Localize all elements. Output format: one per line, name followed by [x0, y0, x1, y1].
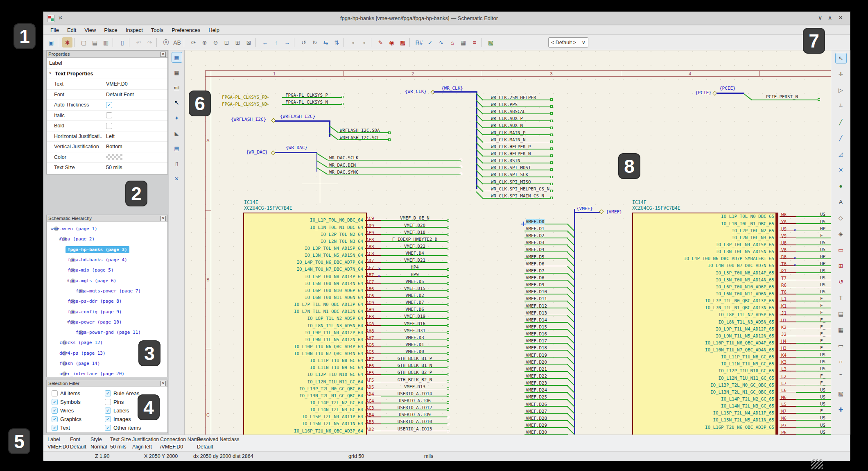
right-toolbar-icon[interactable]: ▷ — [835, 85, 847, 95]
net-label[interactable]: WR_CLK.25M_HELPER — [491, 95, 536, 100]
net-label[interactable]: VMEF.D8 — [526, 275, 545, 281]
net-wire[interactable] — [796, 378, 831, 379]
net-wire[interactable] — [796, 294, 831, 294]
filter-checkbox[interactable] — [52, 408, 58, 414]
toolbar-icon[interactable] — [58, 38, 61, 47]
net-label[interactable]: VMEF.D29 — [526, 423, 547, 428]
pin-number[interactable]: AC6 — [366, 293, 374, 299]
net-label[interactable]: F_ — [820, 310, 825, 315]
pin-name[interactable]: IO_L1N_T0L_N1_DBC_65 — [632, 220, 774, 227]
property-row[interactable]: Vertical Justification Bottom — [47, 141, 167, 152]
net-label[interactable]: WR_CLK.RSTN — [491, 158, 520, 163]
property-value[interactable]: VMEF.D0 — [106, 81, 128, 87]
right-toolbar-icon[interactable]: ▭ — [835, 340, 847, 351]
net-label[interactable]: USERIO_A.IO12 — [383, 405, 447, 410]
toolbar-icon[interactable]: ∿ — [436, 37, 446, 48]
pin-name[interactable]: IO_L7N_T1L_N1_QBC_AD13N_64 — [242, 308, 363, 315]
pin-name[interactable]: IO_L10N_T1U_N7_QBC_AD4N_65 — [632, 346, 774, 353]
net-label[interactable]: F_ — [820, 374, 825, 379]
toolbar-icon[interactable]: ◉ — [387, 37, 397, 48]
net-label[interactable]: VMEF.D1 — [383, 342, 447, 347]
property-value[interactable]: 50 mils — [106, 165, 122, 170]
schematic-canvas[interactable]: 1 2 3 4 A B C FPGA-PL_CLKSYS_PD > FPGA-P… — [185, 50, 831, 435]
menu-item[interactable]: File — [47, 26, 63, 34]
pin-number[interactable]: M6 — [781, 395, 787, 400]
hierarchy-item[interactable]: ∨ fpga (page 2) — [47, 234, 167, 244]
pin-name[interactable]: IO_L15N_T2L_N5_AD11N_65 — [632, 417, 774, 423]
pin-name[interactable]: IO_L13P_T2L_N0_GC_QBC_64 — [242, 385, 363, 392]
toolbar-icon[interactable]: ↶ — [133, 37, 144, 48]
toolbar-icon[interactable] — [344, 38, 346, 47]
pin-name[interactable]: IO_L4N_T0U_N7_DBC_AD7N_64 — [242, 266, 363, 273]
bus-wire[interactable] — [275, 120, 330, 122]
net-wire[interactable] — [796, 322, 831, 322]
net-label[interactable]: VMEF.D15 — [383, 286, 447, 291]
left-toolbar-icon[interactable]: ▦ — [172, 52, 182, 63]
net-label[interactable]: HP — [820, 261, 825, 266]
pin-number[interactable]: U9 — [781, 226, 787, 232]
pin-name[interactable]: IO_L14N_T2L_N3_GC_64 — [242, 406, 363, 413]
pin-name[interactable]: IO_L4P_T0U_N6_DBC_AD7P_64 — [242, 259, 363, 266]
pin-number[interactable]: L2 — [781, 374, 787, 379]
pin-name[interactable]: IO_L11N_T1U_N9_GC_65 — [632, 360, 774, 367]
color-swatch[interactable] — [106, 154, 122, 160]
pin-number[interactable]: T6 — [781, 290, 787, 295]
pin-name[interactable]: IO_L13N_T2L_N1_GC_QBC_64 — [242, 392, 363, 399]
hierarchy-item[interactable]: fpga-power-gnd (page 11) — [47, 327, 167, 337]
net-label[interactable]: VMEF.D21 — [383, 258, 447, 263]
net-wire[interactable] — [796, 238, 831, 238]
right-toolbar-icon[interactable]: ╱ — [835, 133, 847, 143]
pin-name[interactable]: IO_L6P_T0U_N10_AD6P_64 — [242, 287, 363, 294]
pin-name[interactable]: IO_L10N_T1U_N7_QBC_AD4N_64 — [242, 350, 363, 357]
symbol-value[interactable]: XCZU4CG-1SFVC7B4E — [632, 205, 680, 211]
net-wire[interactable] — [796, 216, 831, 217]
net-label[interactable]: HP4 — [383, 265, 447, 270]
pin-name[interactable]: IO_L14N_T2L_N3_GC_65 — [632, 403, 774, 410]
pin-name[interactable]: IO_L4P_T0U_N6_DBC_AD7P_SMBALERT_65 — [632, 255, 774, 262]
symbol-reference[interactable]: IC14F — [632, 199, 646, 205]
net-label[interactable]: VMEF.D22 — [526, 374, 547, 379]
net-wire[interactable] — [796, 265, 831, 266]
bus-wire[interactable] — [329, 120, 330, 137]
net-label[interactable]: VMEF.D3 — [526, 240, 545, 245]
pin-number[interactable]: V9 — [781, 233, 787, 239]
right-toolbar-icon[interactable]: ⌒ — [835, 372, 847, 383]
left-toolbar-icon[interactable]: ▦ — [172, 67, 182, 78]
toolbar-icon[interactable]: ↻ — [310, 37, 320, 48]
net-label[interactable]: VMEF.D0 — [526, 219, 545, 224]
net-wire[interactable] — [796, 301, 831, 301]
pin-name[interactable]: IO_L6P_T0U_N10_AD6P_65 — [632, 283, 774, 290]
net-label[interactable]: US — [820, 219, 825, 224]
toolbar-icon[interactable]: ▫ — [359, 37, 369, 48]
pin-name[interactable]: IO_L9N_T1L_N5_AD12N_64 — [242, 336, 363, 343]
net-label[interactable]: F_ — [820, 296, 825, 301]
right-toolbar-icon[interactable]: ✕ — [835, 165, 847, 175]
pin-name[interactable]: IO_L15N_T2L_N5_AD11N_64 — [242, 420, 363, 427]
net-label[interactable]: VMEF.D19 — [383, 314, 447, 319]
property-row[interactable]: Text VMEF.D0 — [47, 79, 167, 89]
toolbar-icon[interactable] — [294, 38, 297, 47]
net-wire[interactable] — [796, 420, 831, 421]
resize-grip[interactable] — [811, 459, 823, 469]
right-toolbar-icon[interactable]: ↺ — [835, 276, 847, 287]
net-label[interactable]: VMEF.D20 — [526, 360, 547, 365]
net-label[interactable]: F_ — [820, 408, 825, 414]
net-label[interactable]: WR_CLK.MAIN_P — [491, 130, 526, 136]
pin-name[interactable]: IO_L2P_T0L_N2_64 — [242, 231, 363, 238]
net-label[interactable]: VMEF.D15 — [526, 324, 547, 330]
net-label[interactable]: VMEF.D22 — [383, 244, 447, 249]
pin-number[interactable]: AB6 — [366, 286, 374, 292]
net-label[interactable]: VMEF.D24 — [526, 387, 547, 393]
net-label[interactable]: HP — [820, 226, 825, 231]
pin-number[interactable]: AE9 — [366, 230, 374, 236]
net-label[interactable]: VMEF.D28 — [526, 416, 547, 421]
net-label[interactable]: VMEF.D13 — [526, 310, 547, 316]
filter-checkbox[interactable] — [105, 390, 111, 396]
pin-name[interactable]: IO_L2P_T0L_N2_65 — [632, 227, 774, 234]
pin-number[interactable]: AC8 — [366, 251, 374, 256]
net-label[interactable]: WR_CLK.ABSCAL — [491, 109, 526, 114]
toolbar-icon[interactable]: ⌂ — [447, 37, 457, 48]
hierarchy-item-label[interactable]: flash (page 14) — [57, 360, 102, 367]
menu-item[interactable]: View — [81, 26, 99, 34]
net-label[interactable]: WRFLASH_I2C.SDA — [340, 128, 380, 133]
